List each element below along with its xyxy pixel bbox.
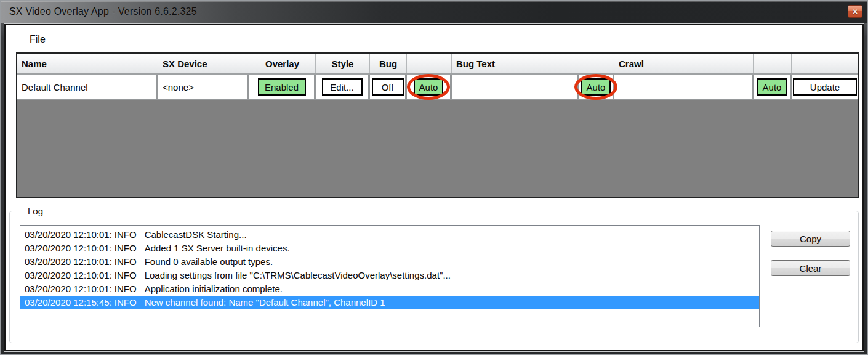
title-bar[interactable]: SX Video Overlay App - Version 6.6.2.325… [1, 1, 867, 23]
bug-cell: Off [370, 75, 407, 100]
bug-text-auto-cell: Auto [579, 75, 614, 100]
log-group-label: Log [25, 206, 46, 216]
app-window: SX Video Overlay App - Version 6.6.2.325… [0, 0, 868, 355]
column-header-bug-text-auto [579, 54, 614, 73]
client-area: File Name SX Device Overlay Style Bug Bu… [4, 24, 864, 351]
channel-name-cell: Default Channel [17, 75, 158, 100]
log-entry[interactable]: 03/20/2020 12:10:01:INFOCablecastDSK Sta… [20, 228, 759, 242]
column-header-overlay: Overlay [249, 54, 316, 73]
update-cell: Update [792, 75, 858, 100]
channels-table: Name SX Device Overlay Style Bug Bug Tex… [16, 52, 859, 198]
column-header-update [792, 54, 858, 73]
table-empty-area [17, 100, 858, 197]
window-title: SX Video Overlay App - Version 6.6.2.325 [9, 6, 197, 17]
overlay-enabled-button[interactable]: Enabled [258, 78, 306, 96]
column-header-bug-auto [407, 54, 452, 73]
style-cell: Edit... [316, 75, 370, 100]
style-edit-button[interactable]: Edit... [322, 78, 363, 96]
bug-auto-cell: Auto [407, 75, 452, 100]
log-group: Log 03/20/2020 12:10:01:INFOCablecastDSK… [9, 211, 859, 343]
crawl-cell [614, 75, 754, 100]
column-header-crawl-auto [754, 54, 792, 73]
crawl-input[interactable] [614, 75, 752, 99]
clear-button[interactable]: Clear [771, 260, 850, 276]
column-header-crawl: Crawl [614, 54, 754, 73]
close-icon: × [853, 7, 858, 16]
log-entry-selected[interactable]: 03/20/2020 12:15:45:INFONew channel foun… [20, 296, 759, 309]
table-row: Default Channel <none> Enabled Edit... O… [17, 75, 858, 100]
bug-text-cell [452, 75, 579, 100]
bug-auto-button[interactable]: Auto [414, 78, 443, 96]
sx-device-cell[interactable]: <none> [158, 75, 249, 100]
column-header-bug: Bug [370, 54, 407, 73]
close-button[interactable]: × [848, 5, 862, 18]
log-entry[interactable]: 03/20/2020 12:10:01:INFOFound 0 availabl… [20, 255, 759, 269]
column-header-style: Style [316, 54, 370, 73]
crawl-auto-button[interactable]: Auto [757, 78, 787, 96]
bug-off-button[interactable]: Off [372, 78, 404, 96]
bug-text-auto-button[interactable]: Auto [581, 78, 611, 96]
crawl-auto-cell: Auto [754, 75, 792, 100]
log-list[interactable]: 03/20/2020 12:10:01:INFOCablecastDSK Sta… [20, 225, 760, 327]
update-button[interactable]: Update [793, 78, 857, 96]
menu-file[interactable]: File [24, 33, 51, 46]
column-header-sx-device: SX Device [158, 54, 249, 73]
log-entry[interactable]: 03/20/2020 12:10:01:INFOLoading settings… [20, 269, 759, 282]
log-entry[interactable]: 03/20/2020 12:10:01:INFOAdded 1 SX Serve… [20, 242, 759, 255]
log-entry[interactable]: 03/20/2020 12:10:01:INFOApplication init… [20, 282, 759, 296]
column-header-bug-text: Bug Text [452, 54, 579, 73]
overlay-cell: Enabled [249, 75, 316, 100]
table-header-row: Name SX Device Overlay Style Bug Bug Tex… [17, 54, 858, 75]
column-header-name: Name [17, 54, 158, 73]
bug-text-input[interactable] [452, 75, 577, 99]
copy-button[interactable]: Copy [771, 231, 850, 247]
